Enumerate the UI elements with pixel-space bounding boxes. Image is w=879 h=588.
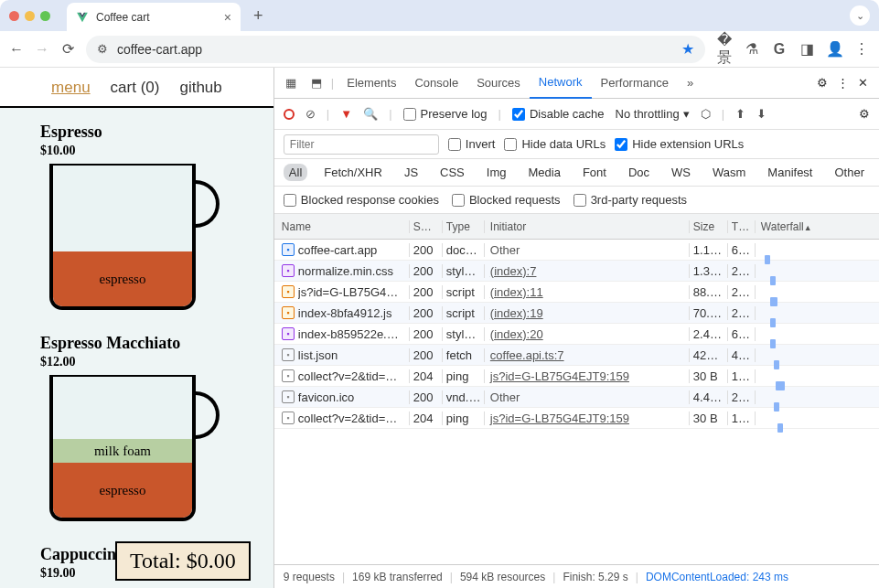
network-row[interactable]: ▪collect?v=2&tid=… 204 ping js?id=G-LB75… (274, 408, 879, 429)
devtools-tab-elements[interactable]: Elements (338, 68, 405, 99)
network-row[interactable]: ▪favicon.ico 200 vnd.… Other 4.4… 2… (274, 387, 879, 408)
bookmark-star-icon[interactable]: ★ (681, 40, 694, 58)
request-initiator[interactable]: coffee.api.ts:7 (490, 348, 564, 362)
col-initiator[interactable]: Initiator (485, 220, 690, 233)
extensions-icon[interactable]: �景 (716, 31, 733, 68)
network-row[interactable]: ▪js?id=G-LB75G4… 200 script (index):11 8… (274, 282, 879, 303)
col-status[interactable]: S… (410, 220, 443, 233)
close-devtools-icon[interactable]: ✕ (858, 76, 868, 90)
request-time: 6… (728, 327, 756, 341)
menu-icon[interactable]: ⋮ (853, 40, 870, 58)
third-party-checkbox[interactable]: 3rd-party requests (573, 193, 688, 207)
tab-title: Coffee cart (96, 11, 149, 24)
network-row[interactable]: ▪list.json 200 fetch coffee.api.ts:7 42…… (274, 345, 879, 366)
reload-button[interactable]: ⟳ (60, 40, 75, 58)
type-filter-css[interactable]: CSS (434, 164, 470, 181)
network-row[interactable]: ▪index-b859522e.… 200 styl… (index):20 2… (274, 324, 879, 345)
blocked-requests-checkbox[interactable]: Blocked requests (452, 193, 561, 207)
network-row[interactable]: ▪normalize.min.css 200 styl… (index):7 1… (274, 261, 879, 282)
clear-button[interactable]: ⊘ (306, 107, 316, 121)
nav-menu[interactable]: menu (51, 79, 91, 97)
close-window-icon[interactable] (9, 11, 19, 21)
upload-har-icon[interactable]: ⬆ (735, 107, 745, 121)
site-settings-icon[interactable]: ⚙ (97, 42, 108, 56)
request-initiator[interactable]: js?id=G-LB75G4EJT9:159 (490, 369, 629, 383)
search-icon[interactable]: 🔍 (363, 107, 378, 121)
more-tabs-icon[interactable]: » (681, 76, 699, 90)
preserve-log-checkbox[interactable]: Preserve log (403, 107, 488, 121)
request-initiator[interactable]: (index):19 (490, 306, 543, 320)
request-time: 2… (728, 264, 756, 278)
throttling-select[interactable]: No throttling▾ (616, 107, 690, 121)
inspect-icon[interactable]: ▦ (280, 76, 302, 90)
col-waterfall[interactable]: Waterfall▲ (756, 220, 879, 233)
tabs-dropdown-icon[interactable]: ⌄ (850, 5, 870, 26)
request-initiator[interactable]: js?id=G-LB75G4EJT9:159 (490, 412, 629, 425)
device-toolbar-icon[interactable]: ⬒ (306, 76, 327, 90)
profile-icon[interactable]: 👤 (826, 40, 842, 58)
hide-extension-urls-checkbox[interactable]: Hide extension URLs (615, 137, 744, 151)
type-filter-wasm[interactable]: Wasm (707, 164, 751, 181)
maximize-window-icon[interactable] (40, 11, 50, 21)
nav-github[interactable]: github (179, 79, 221, 97)
network-settings-icon[interactable]: ⚙ (859, 107, 870, 121)
filter-input[interactable] (284, 134, 439, 155)
network-row[interactable]: ▪index-8bfa4912.js 200 script (index):19… (274, 303, 879, 324)
settings-icon[interactable]: ⚙ (817, 76, 828, 90)
product-card[interactable]: Espresso Macchiato$12.00milk foamespress… (0, 319, 273, 530)
type-filter-fetch-xhr[interactable]: Fetch/XHR (318, 164, 388, 181)
col-name[interactable]: Name (274, 220, 410, 233)
devtools-tab-console[interactable]: Console (405, 68, 467, 99)
coffee-cup: espresso (40, 164, 214, 319)
status-requests: 9 requests (284, 571, 335, 583)
type-filter-doc[interactable]: Doc (623, 164, 655, 181)
type-filter-img[interactable]: Img (481, 164, 512, 181)
browser-tab[interactable]: Coffee cart × (67, 3, 241, 32)
download-har-icon[interactable]: ⬇ (756, 107, 766, 121)
file-type-icon: ▪ (282, 390, 295, 403)
network-row[interactable]: ▪coffee-cart.app 200 doc… Other 1.1… 6… (274, 240, 879, 261)
file-type-icon: ▪ (282, 369, 295, 382)
type-filter-other[interactable]: Other (829, 164, 870, 181)
nav-cart[interactable]: cart (0) (111, 79, 160, 97)
disable-cache-checkbox[interactable]: Disable cache (512, 107, 605, 121)
sidepanel-icon[interactable]: ◨ (799, 40, 815, 58)
col-size[interactable]: Size (690, 220, 728, 233)
new-tab-button[interactable]: + (253, 6, 263, 26)
devtools-tab-network[interactable]: Network (530, 68, 592, 99)
request-initiator[interactable]: (index):11 (490, 285, 543, 299)
request-initiator[interactable]: (index):7 (490, 264, 537, 278)
type-filter-js[interactable]: JS (399, 164, 423, 181)
invert-checkbox[interactable]: Invert (448, 137, 496, 151)
col-type[interactable]: Type (443, 220, 485, 233)
type-filter-manifest[interactable]: Manifest (762, 164, 818, 181)
blocked-cookies-checkbox[interactable]: Blocked response cookies (284, 193, 439, 207)
labs-icon[interactable]: ⚗ (744, 40, 760, 58)
type-filter-ws[interactable]: WS (666, 164, 696, 181)
type-filter-all[interactable]: All (284, 164, 307, 181)
google-icon[interactable]: G (771, 41, 788, 58)
coffee-cup: milk foamespresso (40, 375, 214, 530)
request-initiator: Other (490, 390, 520, 404)
type-filter-media[interactable]: Media (522, 164, 565, 181)
product-name: Espresso Macchiato (40, 334, 273, 353)
devtools-tab-performance[interactable]: Performance (592, 68, 678, 99)
devtools-tab-sources[interactable]: Sources (467, 68, 530, 99)
close-tab-icon[interactable]: × (224, 10, 231, 25)
request-initiator[interactable]: (index):20 (490, 327, 543, 341)
hide-data-urls-checkbox[interactable]: Hide data URLs (504, 137, 606, 151)
site-nav: menu cart (0) github (0, 68, 273, 108)
filter-toggle-icon[interactable]: ▼ (340, 107, 352, 121)
cart-total[interactable]: Total: $0.00 (115, 541, 251, 581)
col-time[interactable]: T… (728, 220, 756, 233)
request-name: index-b859522e.… (298, 327, 399, 341)
product-card[interactable]: Espresso$10.00espresso (0, 108, 273, 319)
kebab-icon[interactable]: ⋮ (837, 76, 849, 90)
url-bar[interactable]: ⚙ coffee-cart.app ★ (86, 36, 705, 63)
record-button[interactable] (284, 109, 295, 120)
back-button[interactable]: ← (9, 41, 24, 58)
network-conditions-icon[interactable]: ⬡ (701, 107, 711, 121)
network-row[interactable]: ▪collect?v=2&tid=… 204 ping js?id=G-LB75… (274, 366, 879, 387)
type-filter-font[interactable]: Font (577, 164, 612, 181)
minimize-window-icon[interactable] (25, 11, 35, 21)
